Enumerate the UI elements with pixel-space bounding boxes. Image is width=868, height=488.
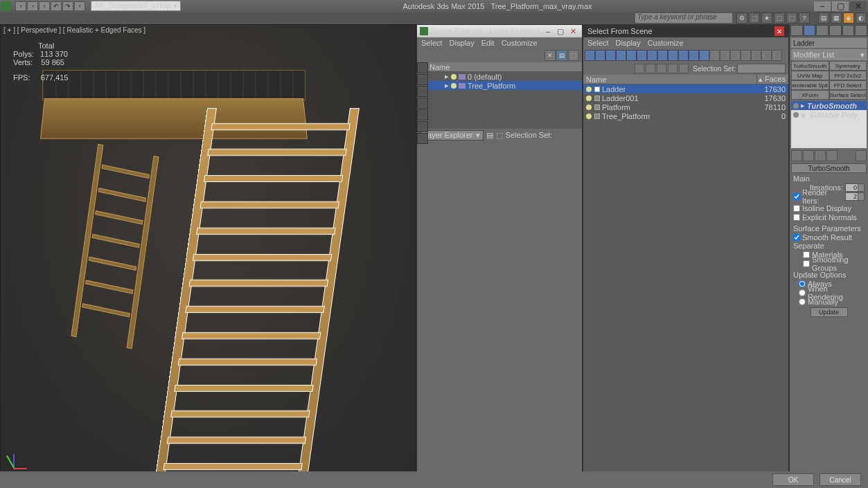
tab-create[interactable] [790,25,803,36]
tool-icon[interactable]: ⬚ [774,12,785,24]
tb-icon[interactable]: ⬚ [568,50,579,61]
tab-hierarchy[interactable] [816,25,829,36]
filter-icon[interactable] [709,50,720,61]
help-icon[interactable]: ? [799,12,810,24]
filter-icon[interactable] [605,50,616,61]
tool-icon[interactable]: ★ [761,12,772,24]
minimize-button[interactable]: – [814,1,831,11]
filter-icon[interactable] [626,50,637,61]
minimize-icon[interactable]: – [542,26,554,36]
filter-icon[interactable] [637,50,647,61]
visibility-icon[interactable] [586,114,592,119]
tool-icon[interactable]: ▦ [831,12,842,24]
mod-btn-turbosmooth[interactable]: TurboSmooth [791,61,829,71]
tab-utilities[interactable] [855,25,867,36]
tb-icon[interactable] [635,64,644,73]
filter-icon[interactable] [772,50,782,61]
filter-icon[interactable] [730,50,741,61]
save-button[interactable]: ▫ [39,1,50,11]
viewport-perspective[interactable]: [ + ] [ Perspective ] [ Realistic + Edge… [0,24,416,488]
ok-button[interactable]: OK [772,473,814,486]
expand-icon[interactable]: ▸ [801,101,805,110]
tb-icon[interactable] [646,64,655,73]
freeze-icon[interactable] [594,96,600,101]
filter-icon[interactable] [741,50,751,61]
filter-icon[interactable] [668,50,678,61]
close-icon[interactable]: ✕ [567,26,579,36]
tb-icon[interactable] [679,64,689,73]
filter-icon[interactable] [761,50,772,61]
expand-icon[interactable]: ▸ [445,81,449,90]
tool-icon[interactable]: ⬚ [749,12,760,24]
tb-icon[interactable]: ▤ [556,50,567,61]
tool-icon[interactable]: ◉ [843,12,854,24]
object-row[interactable]: Ladder17630 [583,84,788,93]
update-always-radio[interactable] [799,280,806,287]
filter-icon[interactable] [720,50,730,61]
tb-icon[interactable] [657,64,666,73]
menu-edit[interactable]: Edit [481,39,495,47]
filter-icon[interactable] [751,50,761,61]
filter-icon[interactable] [678,50,689,61]
filter-icon[interactable] [417,121,428,132]
scene-explorer-titlebar[interactable]: Scene Explorer - Layer Explorer – ▢ ✕ [417,25,582,37]
filter-icon[interactable] [616,50,626,61]
maximize-icon[interactable]: ▢ [554,26,567,36]
scene-explorer-columns[interactable]: Name [417,62,582,72]
dialog-titlebar[interactable]: Select From Scene ✕ [583,25,788,37]
object-row[interactable]: Ladder00117630 [583,93,788,102]
tree-row[interactable]: ▸Tree_Platform [428,81,582,90]
mod-btn-ffd222[interactable]: FFD 2x2x2 [829,71,867,80]
menu-select[interactable]: Select [421,39,443,47]
tb-icon[interactable] [668,64,677,73]
tool-icon[interactable]: ⚙ [736,12,747,24]
open-button[interactable]: ▫ [27,1,38,11]
mod-btn-surfaceselect[interactable]: Surface Select [829,90,867,100]
configure-sets-icon[interactable] [856,150,867,161]
modifier-stack[interactable]: ▸ TurboSmooth■ Editable Poly [791,101,867,148]
tree-row[interactable]: ▸0 (default) [428,72,582,81]
materials-checkbox[interactable] [803,251,810,258]
tb-icon[interactable]: ▤ [486,131,493,140]
object-row[interactable]: Platform78110 [583,102,788,111]
tb-icon[interactable]: ✕ [544,50,556,61]
smooth-result-checkbox[interactable] [793,234,800,241]
mod-btn-renderable-spline[interactable]: enderable Spli [791,80,829,90]
workspace-selector[interactable]: AK_Screenshot_wrksp ▾ [91,1,181,11]
object-name-field[interactable]: Ladder [791,38,867,48]
visibility-icon[interactable] [451,83,457,89]
pin-stack-icon[interactable] [791,150,802,161]
iterations-spinner[interactable]: 0 [845,183,865,192]
visibility-icon[interactable] [451,74,457,80]
link-button[interactable]: ▫ [74,1,85,11]
modifier-item[interactable]: ▸ TurboSmooth [791,101,867,110]
visibility-icon[interactable] [586,96,592,101]
filter-icon[interactable] [647,50,657,61]
modifier-toggle-icon[interactable] [793,112,799,118]
tab-modify[interactable] [804,25,816,36]
filter-icon[interactable] [417,98,428,109]
viewport-label[interactable]: [ + ] [ Perspective ] [ Realistic + Edge… [3,26,145,34]
filter-icon[interactable] [417,74,428,85]
select-scene-columns[interactable]: Name ▴ Faces [583,75,788,84]
filter-icon[interactable] [417,86,428,97]
select-scene-list[interactable]: Ladder17630Ladder00117630Platform78110Tr… [583,84,788,479]
object-row[interactable]: Tree_Platform0 [583,111,788,120]
update-manually-radio[interactable] [799,298,806,305]
close-icon[interactable]: ✕ [774,26,784,36]
filter-icon[interactable] [417,133,428,144]
redo-button[interactable]: ↷ [62,1,73,11]
freeze-icon[interactable] [594,114,600,119]
render-iters-checkbox[interactable] [793,193,800,200]
cancel-button[interactable]: Cancel [820,473,861,486]
freeze-icon[interactable] [594,87,600,92]
menu-customize[interactable]: Customize [502,39,538,47]
make-unique-icon[interactable] [815,150,826,161]
expand-icon[interactable]: ▸ [445,72,449,81]
visibility-icon[interactable] [586,87,592,92]
rollout-turbosmooth-header[interactable]: TurboSmooth [791,163,867,173]
tool-icon[interactable]: ▤ [818,12,829,24]
render-iters-spinner[interactable]: 2 [845,192,865,201]
scene-tree[interactable]: ▸0 (default)▸Tree_Platform [428,72,582,129]
tb-icon[interactable]: ⬚ [496,131,503,140]
